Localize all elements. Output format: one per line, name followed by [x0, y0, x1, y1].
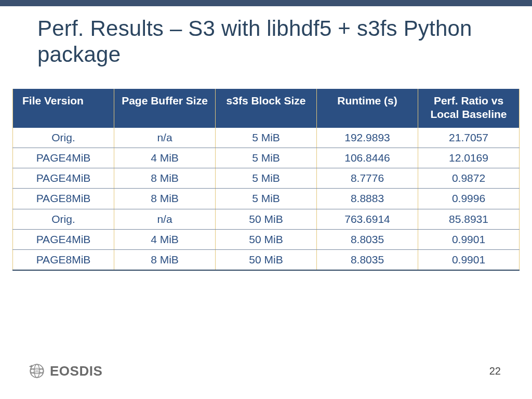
cell: n/a	[114, 209, 216, 229]
cell: 8.8035	[317, 250, 418, 271]
cell: 50 MiB	[216, 250, 317, 271]
table-row: PAGE8MiB 8 MiB 50 MiB 8.8035 0.9901	[13, 250, 520, 271]
cell: Orig.	[13, 209, 114, 229]
cell: 12.0169	[418, 148, 520, 168]
cell: 8.8883	[317, 189, 418, 209]
cell: 8 MiB	[114, 189, 216, 209]
cell: PAGE8MiB	[13, 189, 114, 209]
cell: 4 MiB	[114, 229, 216, 249]
col-header-perf-ratio: Perf. Ratio vs Local Baseline	[418, 89, 520, 128]
table-row: PAGE4MiB 4 MiB 5 MiB 106.8446 12.0169	[13, 148, 520, 168]
footer: EOSDIS 22	[0, 358, 532, 383]
cell: 50 MiB	[216, 229, 317, 249]
footer-logo: EOSDIS	[28, 362, 102, 380]
table-row: PAGE4MiB 8 MiB 5 MiB 8.7776 0.9872	[13, 168, 520, 189]
cell: 192.9893	[317, 128, 418, 148]
slide: Perf. Results – S3 with libhdf5 + s3fs P…	[0, 6, 532, 399]
svg-point-2	[34, 364, 39, 378]
col-header-runtime: Runtime (s)	[317, 89, 418, 128]
cell: PAGE4MiB	[13, 168, 114, 189]
table-header-row: File Version Page Buffer Size s3fs Block…	[13, 89, 520, 128]
cell: 0.9901	[418, 229, 520, 249]
cell: 763.6914	[317, 209, 418, 229]
cell: Orig.	[13, 128, 114, 148]
results-table: File Version Page Buffer Size s3fs Block…	[12, 89, 520, 271]
table-row: Orig. n/a 50 MiB 763.6914 85.8931	[13, 209, 520, 229]
cell: 5 MiB	[216, 128, 317, 148]
cell: 0.9872	[418, 168, 520, 189]
top-accent-bar	[0, 0, 532, 6]
cell: 8 MiB	[114, 168, 216, 189]
cell: 21.7057	[418, 128, 520, 148]
globe-icon	[28, 362, 46, 380]
table-row: PAGE4MiB 4 MiB 50 MiB 8.8035 0.9901	[13, 229, 520, 249]
cell: PAGE4MiB	[13, 229, 114, 249]
cell: PAGE8MiB	[13, 250, 114, 271]
cell: PAGE4MiB	[13, 148, 114, 168]
table-row: PAGE8MiB 8 MiB 5 MiB 8.8883 0.9996	[13, 189, 520, 209]
cell: 8 MiB	[114, 250, 216, 271]
cell: 5 MiB	[216, 189, 317, 209]
cell: 5 MiB	[216, 168, 317, 189]
table-body: Orig. n/a 5 MiB 192.9893 21.7057 PAGE4Mi…	[13, 128, 520, 271]
cell: 4 MiB	[114, 148, 216, 168]
svg-point-0	[30, 364, 44, 378]
cell: 106.8446	[317, 148, 418, 168]
cell: n/a	[114, 128, 216, 148]
col-header-file-version: File Version	[13, 89, 114, 128]
col-header-block-size: s3fs Block Size	[216, 89, 317, 128]
slide-title: Perf. Results – S3 with libhdf5 + s3fs P…	[12, 6, 520, 67]
cell: 50 MiB	[216, 209, 317, 229]
cell: 0.9901	[418, 250, 520, 271]
cell: 8.7776	[317, 168, 418, 189]
cell: 0.9996	[418, 189, 520, 209]
footer-logo-text: EOSDIS	[50, 363, 102, 379]
results-table-container: File Version Page Buffer Size s3fs Block…	[12, 89, 520, 271]
page-number: 22	[489, 365, 501, 377]
cell: 8.8035	[317, 229, 418, 249]
cell: 5 MiB	[216, 148, 317, 168]
cell: 85.8931	[418, 209, 520, 229]
table-row: Orig. n/a 5 MiB 192.9893 21.7057	[13, 128, 520, 148]
col-header-page-buffer: Page Buffer Size	[114, 89, 216, 128]
